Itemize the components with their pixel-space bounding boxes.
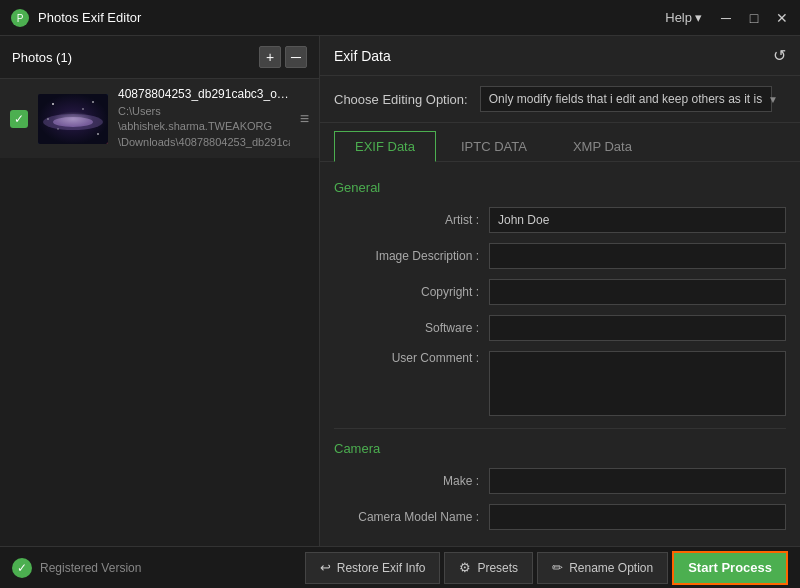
software-label: Software : (334, 321, 489, 335)
svg-point-3 (43, 114, 103, 130)
photo-thumbnail (38, 94, 108, 144)
exif-header: Exif Data ↺ (320, 36, 800, 76)
left-panel: Photos (1) + ─ ✓ (0, 36, 320, 546)
add-photo-button[interactable]: + (259, 46, 281, 68)
image-description-label: Image Description : (334, 249, 489, 263)
copyright-label: Copyright : (334, 285, 489, 299)
close-button[interactable]: ✕ (774, 10, 790, 26)
copyright-input[interactable] (489, 279, 786, 305)
user-comment-row: User Comment : (334, 351, 786, 416)
exif-title: Exif Data (334, 48, 391, 64)
photo-name: 40878804253_db291cabc3_o.png (118, 87, 290, 101)
image-description-input[interactable] (489, 243, 786, 269)
svg-point-5 (52, 103, 54, 105)
window-controls: ─ □ ✕ (718, 10, 790, 26)
svg-text:P: P (17, 13, 24, 24)
photo-menu-icon[interactable]: ≡ (300, 110, 309, 128)
registered-version: ✓ Registered Version (12, 558, 141, 578)
start-process-button[interactable]: Start Process (672, 551, 788, 585)
camera-section-title: Camera (334, 441, 786, 456)
make-label: Make : (334, 474, 489, 488)
remove-photo-button[interactable]: ─ (285, 46, 307, 68)
photos-header: Photos (1) + ─ (0, 36, 319, 79)
presets-button[interactable]: ⚙ Presets (444, 552, 533, 584)
software-input[interactable] (489, 315, 786, 341)
svg-point-8 (57, 128, 59, 130)
registered-label: Registered Version (40, 561, 141, 575)
camera-model-row: Camera Model Name : (334, 504, 786, 530)
editing-option-select[interactable]: Only modify fields that i edit and keep … (480, 86, 772, 112)
maximize-button[interactable]: □ (746, 10, 762, 26)
software-row: Software : (334, 315, 786, 341)
svg-point-9 (97, 133, 99, 135)
bottom-actions: ↩ Restore Exif Info ⚙ Presets ✏ Rename O… (305, 551, 788, 585)
title-bar: P Photos Exif Editor Help ▾ ─ □ ✕ (0, 0, 800, 36)
refresh-icon[interactable]: ↺ (773, 46, 786, 65)
tabs-row: EXIF Data IPTC DATA XMP Data (320, 123, 800, 162)
make-input[interactable] (489, 468, 786, 494)
svg-point-10 (47, 118, 48, 119)
restore-exif-button[interactable]: ↩ Restore Exif Info (305, 552, 441, 584)
user-comment-label: User Comment : (334, 351, 489, 365)
app-title: Photos Exif Editor (38, 10, 141, 25)
photo-path: C:\Users \abhishek.sharma.TWEAKORG \Down… (118, 104, 290, 150)
presets-icon: ⚙ (459, 560, 471, 575)
main-layout: Photos (1) + ─ ✓ (0, 36, 800, 546)
right-panel: Exif Data ↺ Choose Editing Option: Only … (320, 36, 800, 546)
photo-info: 40878804253_db291cabc3_o.png C:\Users \a… (118, 87, 290, 150)
section-divider (334, 428, 786, 429)
help-button[interactable]: Help ▾ (665, 10, 702, 25)
svg-point-4 (53, 117, 93, 127)
artist-input[interactable] (489, 207, 786, 233)
minimize-button[interactable]: ─ (718, 10, 734, 26)
editing-option-label: Choose Editing Option: (334, 92, 468, 107)
rename-option-button[interactable]: ✏ Rename Option (537, 552, 668, 584)
tab-xmp-data[interactable]: XMP Data (552, 131, 653, 161)
user-comment-input[interactable] (489, 351, 786, 416)
artist-label: Artist : (334, 213, 489, 227)
registered-icon: ✓ (12, 558, 32, 578)
copyright-row: Copyright : (334, 279, 786, 305)
image-description-row: Image Description : (334, 243, 786, 269)
svg-point-6 (92, 101, 94, 103)
title-bar-right: Help ▾ ─ □ ✕ (665, 10, 790, 26)
form-content: General Artist : Image Description : Cop… (320, 162, 800, 546)
editing-option-row: Choose Editing Option: Only modify field… (320, 76, 800, 123)
photo-checkbox[interactable]: ✓ (10, 110, 28, 128)
make-row: Make : (334, 468, 786, 494)
restore-icon: ↩ (320, 560, 331, 575)
title-bar-left: P Photos Exif Editor (10, 8, 141, 28)
photos-actions: + ─ (259, 46, 307, 68)
bottom-bar: ✓ Registered Version ↩ Restore Exif Info… (0, 546, 800, 588)
artist-row: Artist : (334, 207, 786, 233)
photo-item[interactable]: ✓ (0, 79, 319, 158)
camera-model-input[interactable] (489, 504, 786, 530)
photos-title: Photos (1) (12, 50, 72, 65)
tab-iptc-data[interactable]: IPTC DATA (440, 131, 548, 161)
editing-option-select-wrapper: Only modify fields that i edit and keep … (480, 86, 786, 112)
tab-exif-data[interactable]: EXIF Data (334, 131, 436, 162)
rename-icon: ✏ (552, 560, 563, 575)
camera-model-label: Camera Model Name : (334, 510, 489, 524)
app-logo-icon: P (10, 8, 30, 28)
general-section-title: General (334, 180, 786, 195)
svg-point-7 (82, 108, 84, 110)
